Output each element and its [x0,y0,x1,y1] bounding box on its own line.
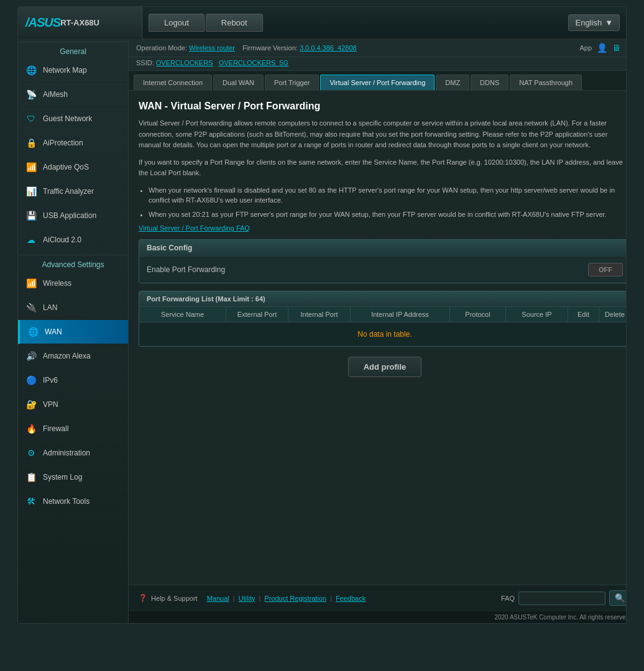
enable-port-forwarding-label: Enable Port Forwarding [147,265,225,274]
page-content: WAN - Virtual Server / Port Forwarding V… [129,91,627,585]
sidebar-item-amazon-alexa[interactable]: 🔊 Amazon Alexa [18,344,128,368]
sidebar-item-network-tools[interactable]: 🛠 Network Tools [18,490,128,514]
adaptive-qos-icon: 📶 [24,160,38,174]
sidebar-label-guest-network: Guest Network [43,114,92,123]
basic-config-header: Basic Config [139,240,627,256]
monitor-icon[interactable]: 🖥 [612,43,621,53]
firmware-value: 3.0.0.4.386_42808 [300,44,357,52]
sidebar-label-vpn: VPN [43,400,58,409]
footer-right: FAQ 🔍 [501,590,627,606]
content-area: Operation Mode: Wireless router Firmware… [129,39,627,623]
guest-network-icon: 🛡 [24,112,38,126]
model-name: RT-AX68U [60,18,99,27]
network-map-icon: 🌐 [24,63,38,77]
tab-internet-connection[interactable]: Internet Connection [134,75,212,90]
aiprotection-icon: 🔒 [24,136,38,150]
sidebar-label-wan: WAN [45,327,62,336]
col-source-ip: Source IP [506,307,568,322]
tab-port-trigger[interactable]: Port Trigger [265,75,319,90]
sidebar-item-vpn[interactable]: 🔐 VPN [18,393,128,417]
logo-area: /ASUS RT-AX68U [18,7,142,39]
manual-link[interactable]: Manual [207,595,229,602]
ssid-5g: OVERCLOCKERS_5G [219,59,288,66]
header-buttons: Logout Reboot [142,14,568,32]
app-label: App [579,44,592,52]
sidebar: General 🌐 Network Map 📡 AiMesh 🛡 Guest N… [18,39,129,623]
wan-icon: 🌐 [26,325,40,339]
port-list-header: Port Forwarding List (Max Limit : 64) [139,291,627,306]
logout-button[interactable]: Logout [149,14,205,32]
col-delete: Delete [599,307,627,322]
sidebar-item-usb-application[interactable]: 💾 USB Application [18,204,128,228]
footer-left: ❓ Help & Support Manual | Utility | Prod… [139,594,366,602]
asus-logo: /ASUS [25,16,60,30]
sidebar-item-aimesh[interactable]: 📡 AiMesh [18,83,128,107]
language-select[interactable]: English ▼ [568,14,620,31]
tab-dmz[interactable]: DMZ [436,75,469,90]
language-label: English [575,18,602,27]
sidebar-label-wireless: Wireless [43,279,71,288]
network-icon[interactable]: ⇄ [626,43,627,53]
add-profile-button[interactable]: Add profile [348,357,422,377]
advanced-section-title: Advanced Settings [18,255,128,272]
tab-ddns[interactable]: DDNS [471,75,508,90]
sidebar-item-system-log[interactable]: 📋 System Log [18,465,128,490]
person-icon[interactable]: 👤 [597,43,607,53]
copyright-text: 2020 ASUSTeK Computer Inc. All rights re… [494,614,627,621]
firmware-label: Firmware Version: [242,44,298,52]
system-log-icon: 📋 [24,470,38,484]
basic-config-section: Basic Config Enable Port Forwarding OFF [139,239,627,283]
feedback-link[interactable]: Feedback [336,595,366,602]
table-columns: Service Name External Port Internal Port… [139,306,627,322]
top-bar-right: App 👤 🖥 ⇄ [579,43,627,53]
faq-search-button[interactable]: 🔍 [609,590,627,606]
sidebar-label-ipv6: IPv6 [43,376,58,385]
network-tools-icon: 🛠 [24,495,38,508]
sidebar-item-traffic-analyzer[interactable]: 📊 Traffic Analyzer [18,180,128,204]
sidebar-label-amazon-alexa: Amazon Alexa [43,352,91,360]
aimesh-icon: 📡 [24,88,38,101]
tab-virtual-server[interactable]: Virtual Server / Port Forwarding [320,75,435,90]
sidebar-item-ipv6[interactable]: 🔵 IPv6 [18,368,128,393]
sidebar-label-adaptive-qos: Adaptive QoS [43,163,89,171]
sidebar-item-wireless[interactable]: 📶 Wireless [18,272,128,296]
sidebar-label-lan: LAN [43,303,57,312]
sidebar-item-adaptive-qos[interactable]: 📶 Adaptive QoS [18,155,128,180]
top-bar-info: Operation Mode: Wireless router Firmware… [136,44,357,52]
tab-nat-passthrough[interactable]: NAT Passthrough [510,75,582,90]
operation-mode-label: Operation Mode: [136,44,187,52]
sidebar-label-usb-application: USB Application [43,211,96,220]
sidebar-item-aicloud[interactable]: ☁ AiCloud 2.0 [18,228,128,252]
sidebar-item-aiprotection[interactable]: 🔒 AiProtection [18,131,128,155]
sidebar-item-lan[interactable]: 🔌 LAN [18,296,128,320]
product-registration-link[interactable]: Product Registration [264,595,326,602]
utility-link[interactable]: Utility [239,595,255,602]
sidebar-label-aiprotection: AiProtection [43,139,83,147]
reboot-button[interactable]: Reboot [206,14,263,32]
sidebar-label-firewall: Firewall [43,424,68,433]
footer: ❓ Help & Support Manual | Utility | Prod… [129,585,627,611]
sidebar-item-administration[interactable]: ⚙ Administration [18,441,128,465]
ssid-label: SSID: [136,59,154,66]
traffic-analyzer-icon: 📊 [24,185,38,198]
sidebar-item-network-map[interactable]: 🌐 Network Map [18,58,128,83]
col-internal-port: Internal Port [288,307,351,322]
no-data-message: No data in table. [139,322,627,346]
sidebar-item-wan[interactable]: 🌐 WAN [18,320,128,344]
sidebar-label-traffic-analyzer: Traffic Analyzer [43,187,94,196]
vpn-icon: 🔐 [24,398,38,411]
tab-bar: Internet Connection Dual WAN Port Trigge… [129,71,627,91]
main-layout: General 🌐 Network Map 📡 AiMesh 🛡 Guest N… [18,39,626,623]
col-external-port: External Port [226,307,288,322]
tab-dual-wan[interactable]: Dual WAN [213,75,264,90]
copyright-bar: 2020 ASUSTeK Computer Inc. All rights re… [129,611,627,623]
port-forwarding-toggle[interactable]: OFF [588,263,623,276]
usb-application-icon: 💾 [24,209,38,222]
col-internal-ip: Internal IP Address [351,307,450,322]
bullet-list: When your network's firewall is disabled… [149,185,627,220]
sidebar-item-guest-network[interactable]: 🛡 Guest Network [18,107,128,131]
faq-link[interactable]: Virtual Server / Port Forwarding FAQ [139,224,627,232]
sidebar-item-firewall[interactable]: 🔥 Firewall [18,417,128,441]
faq-search-input[interactable] [518,591,605,605]
bullet-item-2: When you set 20:21 as your FTP server's … [149,209,627,220]
